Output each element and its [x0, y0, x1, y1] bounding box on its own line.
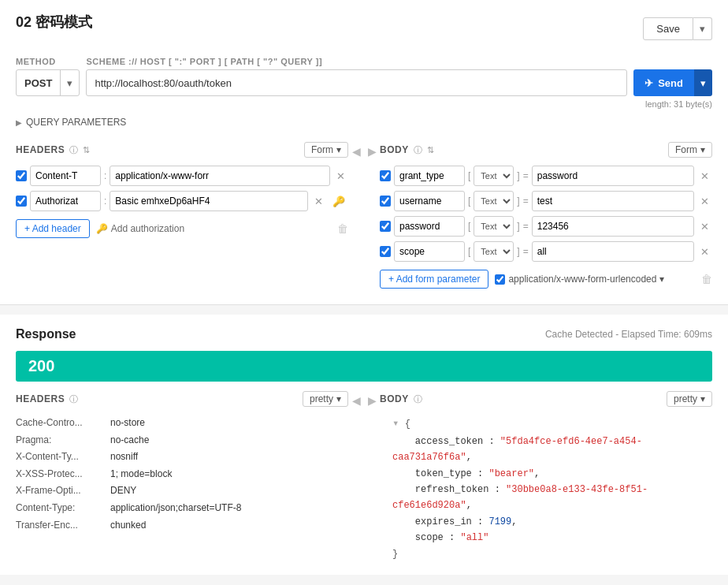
url-length: length: 31 byte(s)	[16, 99, 712, 109]
headers-sort-icon[interactable]: ⇅	[83, 145, 90, 155]
response-title: Response	[16, 327, 76, 341]
body-type-select-2[interactable]: Text	[474, 216, 514, 237]
panel-right-arrow[interactable]: ▶	[365, 143, 380, 159]
headers-trash-icon[interactable]: 🗑	[337, 222, 348, 235]
content-type-dropdown-arrow[interactable]: ▾	[659, 274, 664, 285]
body-format-dropdown[interactable]: Form ▾	[668, 142, 712, 158]
resp-header-item-5: Content-Type: application/json;charset=U…	[16, 500, 348, 517]
body-key-2[interactable]	[394, 216, 465, 237]
resp-header-item-3: X-XSS-Protec... 1; mode=block	[16, 466, 348, 483]
cache-info: Cache Detected - Elapsed Time: 609ms	[545, 329, 712, 340]
url-label: SCHEME :// HOST [ ":" PORT ] [ PATH [ "?…	[86, 57, 627, 66]
resp-left-arrow[interactable]: ◀	[349, 393, 364, 408]
resp-headers-title: HEADERS	[16, 393, 65, 404]
url-input[interactable]	[86, 69, 627, 96]
header-key-1[interactable]	[30, 191, 101, 211]
resp-body-info-icon: ⓘ	[414, 393, 422, 405]
resp-header-item-6: Transfer-Enc... chunked	[16, 517, 348, 535]
body-row-2: [ Text ] = ✕	[380, 216, 712, 237]
resp-header-item-4: X-Frame-Opti... DENY	[16, 483, 348, 500]
body-key-0[interactable]	[394, 166, 465, 186]
resp-headers-format-dropdown[interactable]: pretty ▾	[303, 391, 348, 407]
resp-right-arrow[interactable]: ▶	[365, 393, 380, 408]
body-row-1: [ Text ] = ✕	[380, 191, 712, 211]
query-params-arrow: ▶	[16, 118, 22, 127]
headers-format-dropdown[interactable]: Form ▾	[304, 142, 348, 158]
page-title: 02 密码模式	[16, 13, 92, 32]
response-section: Response Cache Detected - Elapsed Time: …	[0, 315, 728, 575]
body-value-3[interactable]	[532, 241, 694, 262]
body-delete-2[interactable]: ✕	[697, 219, 712, 234]
header-checkbox-1[interactable]	[16, 196, 27, 207]
status-bar: 200	[16, 351, 712, 382]
save-button[interactable]: Save	[643, 17, 693, 40]
body-type-select-3[interactable]: Text	[474, 241, 514, 262]
content-type-badge[interactable]: application/x-www-form-urlencoded ▾	[495, 274, 664, 285]
body-checkbox-3[interactable]	[380, 246, 391, 257]
query-params-label: QUERY PARAMETERS	[26, 117, 126, 128]
resp-headers-info-icon: ⓘ	[69, 393, 78, 405]
save-dropdown-button[interactable]: ▾	[693, 17, 712, 40]
json-view: ▾ { access_token : "5fda4fce-efd6-4ee7-a…	[380, 415, 712, 562]
body-panel-title: BODY	[380, 144, 409, 155]
header-row-1: : ✕ 🔑	[16, 191, 348, 211]
method-label: METHOD	[16, 57, 80, 66]
key-icon: 🔑	[96, 223, 108, 234]
send-dropdown-button[interactable]: ▾	[694, 69, 712, 96]
body-info-icon: ⓘ	[414, 144, 422, 156]
panel-left-arrow[interactable]: ◀	[349, 143, 364, 159]
body-delete-1[interactable]: ✕	[697, 194, 712, 209]
body-value-1[interactable]	[532, 191, 694, 211]
body-delete-0[interactable]: ✕	[697, 169, 712, 184]
header-lock-1[interactable]: 🔑	[329, 194, 348, 209]
content-type-checkbox[interactable]	[495, 274, 505, 285]
method-dropdown-arrow[interactable]: ▾	[60, 70, 79, 95]
send-button[interactable]: ✈ Send	[633, 69, 694, 96]
header-checkbox-0[interactable]	[16, 170, 27, 181]
response-headers-panel: HEADERS ⓘ pretty ▾ Cache-Contro... no-st…	[16, 391, 348, 534]
header-key-0[interactable]	[30, 166, 101, 186]
body-trash-icon[interactable]: 🗑	[701, 273, 712, 285]
method-value: POST	[17, 77, 60, 89]
method-select[interactable]: POST ▾	[16, 69, 80, 96]
header-row-0: : ✕	[16, 166, 348, 186]
headers-panel-title: HEADERS	[16, 144, 65, 155]
resp-body-title: BODY	[380, 393, 409, 404]
body-row-0: [ Text ] = ✕	[380, 166, 712, 186]
body-key-1[interactable]	[394, 191, 465, 211]
resp-header-item-2: X-Content-Ty... nosniff	[16, 449, 348, 466]
headers-panel: HEADERS ⓘ ⇅ Form ▾ : ✕ :	[16, 142, 348, 238]
body-checkbox-1[interactable]	[380, 196, 391, 207]
response-body-panel: BODY ⓘ pretty ▾ ▾ { access_token : "5fda…	[380, 391, 712, 562]
add-header-button[interactable]: + Add header	[16, 219, 90, 238]
add-auth-button[interactable]: 🔑 Add authorization	[96, 223, 184, 234]
query-params-toggle[interactable]: ▶ QUERY PARAMETERS	[16, 115, 712, 129]
body-sort-icon[interactable]: ⇅	[427, 145, 434, 155]
body-checkbox-2[interactable]	[380, 221, 391, 232]
json-collapse-arrow[interactable]: ▾	[392, 417, 399, 430]
body-panel: BODY ⓘ ⇅ Form ▾ [ Text ] = ✕	[380, 142, 712, 289]
body-checkbox-0[interactable]	[380, 170, 391, 181]
body-value-2[interactable]	[532, 216, 694, 237]
header-value-1[interactable]	[110, 191, 308, 211]
header-delete-0[interactable]: ✕	[333, 169, 348, 184]
body-delete-3[interactable]: ✕	[697, 244, 712, 259]
header-delete-1[interactable]: ✕	[311, 194, 326, 209]
body-type-select-0[interactable]: Text	[474, 166, 514, 186]
resp-header-item-1: Pragma: no-cache	[16, 432, 348, 449]
add-param-button[interactable]: + Add form parameter	[380, 270, 488, 289]
body-value-0[interactable]	[532, 166, 694, 186]
resp-header-item-0: Cache-Contro... no-store	[16, 415, 348, 432]
headers-info-icon: ⓘ	[69, 144, 78, 156]
resp-headers-list: Cache-Contro... no-store Pragma: no-cach…	[16, 415, 348, 534]
body-key-3[interactable]	[394, 241, 465, 262]
resp-body-format-dropdown[interactable]: pretty ▾	[667, 391, 712, 407]
body-type-select-1[interactable]: Text	[474, 191, 514, 211]
header-value-0[interactable]	[110, 166, 330, 186]
body-row-3: [ Text ] = ✕	[380, 241, 712, 262]
